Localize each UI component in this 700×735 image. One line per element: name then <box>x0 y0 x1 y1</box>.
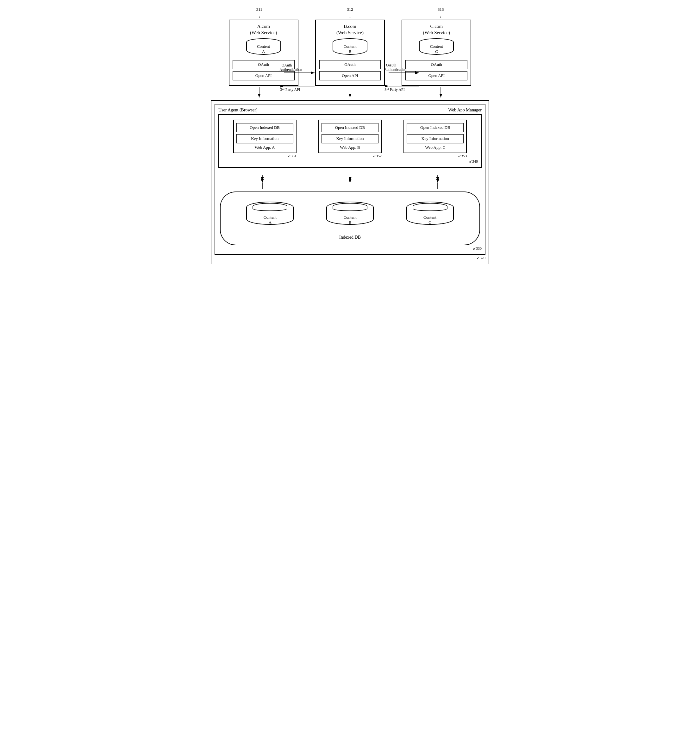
ref-351: 351 <box>291 154 297 158</box>
indexed-db-label: Indexed DB <box>230 235 470 240</box>
databases-row: ContentA ContentB <box>230 202 470 232</box>
arrow-b-down <box>347 87 353 100</box>
open-api-c: Open API <box>405 71 468 80</box>
arrow-c-down <box>438 87 444 100</box>
inner-box-330: User Agent (Browser) Web App Manager Ope… <box>215 104 485 255</box>
ref-311: 311 <box>256 7 262 12</box>
db-a-label: ContentA <box>243 215 297 225</box>
arrow-webapp-a-db <box>259 174 266 190</box>
web-app-a-title: Web App. A <box>237 145 293 150</box>
open-indexed-db-a: Open Indexed DB <box>237 123 293 132</box>
content-b-label: ContentB <box>332 44 368 54</box>
ref-313: 313 <box>438 7 444 12</box>
open-indexed-db-c: Open Indexed DB <box>407 123 463 132</box>
web-service-b: B.com(Web Service) ContentB OAuth Open A… <box>315 20 385 86</box>
key-information-c: Key Information <box>407 134 463 143</box>
key-information-b: Key Information <box>322 134 378 143</box>
oauth-a: OAuth <box>232 60 295 69</box>
user-agent-label: User Agent (Browser) <box>218 108 257 113</box>
ref-320: 320 <box>480 256 485 260</box>
ref-353: 353 <box>461 154 467 158</box>
db-content-b: ContentB <box>323 202 377 232</box>
content-c-label: ContentC <box>419 44 454 54</box>
web-app-manager-box-340: Open Indexed DB Key Information Web App.… <box>218 114 482 168</box>
oauth-c: OAuth <box>405 60 468 69</box>
web-app-c: Open Indexed DB Key Information Web App.… <box>403 120 467 153</box>
service-a-title: A.com(Web Service) <box>232 24 295 36</box>
service-c-title: C.com(Web Service) <box>405 24 468 36</box>
content-a-label: ContentA <box>246 44 281 54</box>
service-b-title: B.com(Web Service) <box>319 24 381 36</box>
web-app-manager-label: Web App Manager <box>449 108 482 113</box>
ref-330: 330 <box>476 246 482 251</box>
db-c-label: ContentC <box>403 215 457 225</box>
web-service-a: A.com(Web Service) ContentA OAuth Open A… <box>229 20 299 86</box>
db-b-label: ContentB <box>323 215 377 225</box>
open-api-b: Open API <box>319 71 381 80</box>
arrow-webapp-c-db <box>434 174 441 190</box>
ref-352: 352 <box>376 154 382 158</box>
open-indexed-db-b: Open Indexed DB <box>322 123 378 132</box>
arrow-a-down <box>256 87 262 100</box>
db-content-a: ContentA <box>243 202 297 232</box>
ref-340: 340 <box>472 159 478 163</box>
ref-312: 312 <box>347 7 353 12</box>
web-app-b: Open Indexed DB Key Information Web App.… <box>318 120 382 153</box>
key-information-a: Key Information <box>237 134 293 143</box>
open-api-a: Open API <box>232 71 295 80</box>
diagram-container: 311 312 313 ↓ ↓ ↓ A.com(Web Service) Con… <box>207 6 493 264</box>
outer-box-320: User Agent (Browser) Web App Manager Ope… <box>211 100 489 264</box>
db-content-c: ContentC <box>403 202 457 232</box>
web-app-a: Open Indexed DB Key Information Web App.… <box>233 120 297 153</box>
arrow-webapp-b-db <box>347 174 353 190</box>
web-app-c-title: Web App. C <box>407 145 463 150</box>
oauth-b: OAuth <box>319 60 381 69</box>
web-app-b-title: Web App. B <box>322 145 378 150</box>
web-service-c: C.com(Web Service) ContentC OAuth Open A… <box>401 20 471 86</box>
